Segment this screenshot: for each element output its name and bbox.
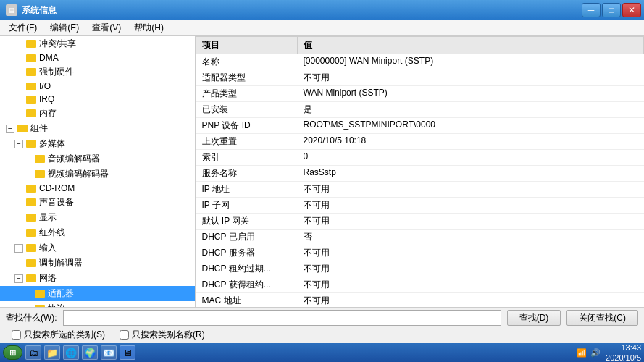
tree-item-label: DMA <box>39 53 59 63</box>
row-key: 名称 <box>196 54 298 70</box>
app-icon: 🖥 <box>6 4 17 16</box>
folder-icon <box>26 185 36 193</box>
table-row: 索引0 <box>196 150 644 166</box>
title-bar: 🖥 系统信息 ─ □ ✕ <box>0 0 644 20</box>
folder-icon <box>17 125 28 132</box>
row-value: [00000000] WAN Miniport (SSTP) <box>298 54 644 70</box>
taskbar-icon-explorer[interactable]: 📁 <box>44 345 60 360</box>
row-value: 不可用 <box>298 214 644 230</box>
row-key: DHCP 已启用 <box>196 230 298 245</box>
row-key: PNP 设备 ID <box>196 118 298 134</box>
row-key: DHCP 租约过期... <box>196 261 298 277</box>
folder-icon <box>35 170 45 178</box>
folder-icon <box>26 96 36 104</box>
table-row: DHCP 租约过期...不可用 <box>196 261 644 277</box>
row-value: 不可用 <box>298 261 644 277</box>
tree-item-label: I/O <box>39 81 51 91</box>
tree-item[interactable]: 视频编码解码器 <box>0 167 195 182</box>
row-key: IP 子网 <box>196 198 298 214</box>
tree-item[interactable]: −组件 <box>0 121 195 136</box>
window-title: 系统信息 <box>22 4 57 17</box>
row-value: 不可用 <box>298 293 644 308</box>
row-value: WAN Miniport (SSTP) <box>298 86 644 102</box>
tree-item[interactable]: 内存 <box>0 106 195 121</box>
checkbox-selected-category[interactable] <box>12 330 21 340</box>
tree-item-label: 声音设备 <box>39 196 74 209</box>
tree-item-label: 冲突/共享 <box>39 38 76 50</box>
checkbox-row-2[interactable]: 只搜索类别名称(R) <box>120 329 205 341</box>
tree-expand-icon[interactable]: − <box>14 244 23 253</box>
taskbar-icon-chrome[interactable]: 🌍 <box>82 345 98 360</box>
tree-expand-icon[interactable]: − <box>14 140 23 148</box>
tree-expand-icon[interactable]: − <box>14 274 23 283</box>
tree-item[interactable]: 冲突/共享 <box>0 36 195 51</box>
tree-item-label: 强制硬件 <box>39 66 74 78</box>
folder-icon <box>35 155 45 163</box>
search-input[interactable] <box>63 310 501 326</box>
find-button[interactable]: 查找(D) <box>507 310 561 326</box>
tree-item[interactable]: 调制解调器 <box>0 256 195 271</box>
minimize-button[interactable]: ─ <box>582 3 601 17</box>
table-row: 产品类型WAN Miniport (SSTP) <box>196 86 644 102</box>
close-button[interactable]: ✕ <box>622 3 641 17</box>
table-row: 上次重置2020/10/5 10:18 <box>196 134 644 150</box>
tree-item[interactable]: −多媒体 <box>0 136 195 151</box>
tree-expand-icon[interactable]: − <box>6 125 14 133</box>
tree-item-label: 显示 <box>39 211 57 224</box>
row-key: 上次重置 <box>196 134 298 150</box>
tree-item[interactable]: −输入 <box>0 240 195 256</box>
table-row: IP 子网不可用 <box>196 198 644 214</box>
tree-item[interactable]: 声音设备 <box>0 195 195 210</box>
checkbox-label-2: 只搜索类别名称(R) <box>132 329 205 341</box>
taskbar-icon-browser[interactable]: 🌐 <box>63 345 79 360</box>
tree-item[interactable]: 显示 <box>0 210 195 225</box>
folder-icon <box>26 198 36 206</box>
left-tree-panel[interactable]: 冲突/共享DMA强制硬件I/OIRQ内存−组件−多媒体音频编解码器视频编码解码器… <box>0 36 196 307</box>
clock-time: 13:43 <box>606 342 641 353</box>
col-header-value: 值 <box>298 37 644 54</box>
maximize-button[interactable]: □ <box>602 3 621 17</box>
tree-item[interactable]: 协议 <box>0 301 195 307</box>
row-value: 不可用 <box>298 277 644 293</box>
tree-item-label: IRQ <box>39 94 54 104</box>
tree-item-label: 调制解调器 <box>39 257 83 269</box>
row-key: 适配器类型 <box>196 70 298 86</box>
start-button[interactable]: ⊞ <box>3 345 22 360</box>
table-row: 服务名称RasSstp <box>196 166 644 182</box>
tree-item[interactable]: 适配器 <box>0 286 195 301</box>
tree-item-label: 网络 <box>39 272 57 285</box>
menu-help[interactable]: 帮助(H) <box>128 20 170 35</box>
tree-item-label: 内存 <box>39 107 57 119</box>
folder-icon <box>26 40 36 48</box>
tree-item[interactable]: 强制硬件 <box>0 64 195 80</box>
menu-file[interactable]: 文件(F) <box>3 20 43 35</box>
table-row: IP 地址不可用 <box>196 182 644 198</box>
menu-edit[interactable]: 编辑(E) <box>44 20 85 35</box>
tree-item[interactable]: CD-ROM <box>0 182 195 195</box>
checkbox-row-1[interactable]: 只搜索所选的类别(S) <box>12 329 105 341</box>
right-detail-panel[interactable]: 项目 值 名称[00000000] WAN Miniport (SSTP)适配器… <box>196 36 644 307</box>
row-key: 默认 IP 网关 <box>196 214 298 230</box>
table-row: 适配器类型不可用 <box>196 70 644 86</box>
row-key: 索引 <box>196 150 298 166</box>
taskbar-icon-mail[interactable]: 📧 <box>101 345 117 360</box>
taskbar-icon-sysinfo[interactable]: 🖥 <box>120 345 135 360</box>
row-value: 是 <box>298 102 644 118</box>
tree-item[interactable]: −网络 <box>0 271 195 286</box>
tree-item-label: 组件 <box>30 122 48 135</box>
close-find-button[interactable]: 关闭查找(C) <box>566 310 638 326</box>
row-value: 不可用 <box>298 245 644 261</box>
tree-item[interactable]: I/O <box>0 80 195 93</box>
table-row: 默认 IP 网关不可用 <box>196 214 644 230</box>
folder-icon <box>26 229 36 237</box>
tree-item-label: 适配器 <box>48 287 74 300</box>
tree-item[interactable]: 音频编解码器 <box>0 151 195 167</box>
row-value: RasSstp <box>298 166 644 182</box>
menu-view[interactable]: 查看(V) <box>86 20 127 35</box>
taskbar-icon-folder[interactable]: 🗂 <box>25 345 41 360</box>
tree-item[interactable]: 红外线 <box>0 225 195 240</box>
checkbox-category-name[interactable] <box>120 330 129 340</box>
table-row: DHCP 服务器不可用 <box>196 245 644 261</box>
tree-item[interactable]: IRQ <box>0 93 195 106</box>
tree-item[interactable]: DMA <box>0 51 195 64</box>
